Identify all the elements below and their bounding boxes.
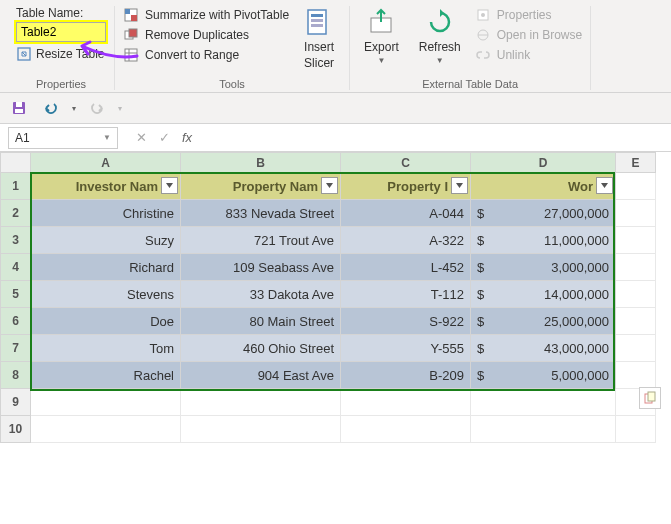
refresh-button[interactable]: Refresh ▼ [413, 6, 467, 65]
cell-pid[interactable]: L-452 [341, 254, 471, 281]
cell[interactable] [616, 227, 656, 254]
row-head-8[interactable]: 8 [1, 362, 31, 389]
export-icon [365, 6, 397, 38]
svg-rect-12 [311, 19, 323, 22]
resize-table-label: Resize Table [36, 47, 104, 61]
table-header-cell[interactable]: Wor [471, 173, 616, 200]
summarize-pivot-button[interactable]: Summarize with PivotTable [123, 6, 289, 24]
row-head-1[interactable]: 1 [1, 173, 31, 200]
col-head-A[interactable]: A [31, 153, 181, 173]
filter-button[interactable] [161, 177, 178, 194]
group-label-properties: Properties [36, 78, 86, 90]
table-header-cell[interactable]: Property I [341, 173, 471, 200]
undo-button[interactable] [40, 97, 62, 119]
cell-property[interactable]: 33 Dakota Ave [181, 281, 341, 308]
col-head-D[interactable]: D [471, 153, 616, 173]
resize-table-button[interactable]: Resize Table [16, 44, 106, 64]
cell[interactable] [341, 389, 471, 416]
select-all-corner[interactable] [1, 153, 31, 173]
cell[interactable] [181, 416, 341, 443]
table-name-input[interactable] [16, 22, 106, 42]
chevron-down-icon[interactable]: ▾ [72, 104, 76, 113]
cell[interactable] [616, 173, 656, 200]
cell[interactable] [31, 389, 181, 416]
svg-point-16 [481, 13, 485, 17]
cell[interactable] [616, 254, 656, 281]
cell-worth[interactable]: $14,000,000 [471, 281, 616, 308]
cell[interactable] [616, 200, 656, 227]
cell-worth[interactable]: $3,000,000 [471, 254, 616, 281]
cell-pid[interactable]: S-922 [341, 308, 471, 335]
cell-worth[interactable]: $43,000,000 [471, 335, 616, 362]
chevron-down-icon: ▼ [377, 56, 385, 65]
cell[interactable] [616, 308, 656, 335]
save-button[interactable] [8, 97, 30, 119]
table-header-cell[interactable]: Investor Nam [31, 173, 181, 200]
row-head-6[interactable]: 6 [1, 308, 31, 335]
cell-property[interactable]: 109 Seabass Ave [181, 254, 341, 281]
cell[interactable] [471, 416, 616, 443]
cell-property[interactable]: 80 Main Street [181, 308, 341, 335]
cell-investor[interactable]: Rachel [31, 362, 181, 389]
svg-rect-5 [129, 29, 137, 37]
cell-pid[interactable]: B-209 [341, 362, 471, 389]
col-head-B[interactable]: B [181, 153, 341, 173]
cell[interactable] [616, 335, 656, 362]
convert-range-button[interactable]: Convert to Range [123, 46, 289, 64]
cell-investor[interactable]: Richard [31, 254, 181, 281]
table-header-cell[interactable]: Property Nam [181, 173, 341, 200]
cell-investor[interactable]: Stevens [31, 281, 181, 308]
export-button[interactable]: Export ▼ [358, 6, 405, 65]
cell-investor[interactable]: Christine [31, 200, 181, 227]
row-head-9[interactable]: 9 [1, 389, 31, 416]
svg-rect-2 [125, 9, 130, 14]
cell-worth[interactable]: $27,000,000 [471, 200, 616, 227]
cell[interactable] [31, 416, 181, 443]
row-head-2[interactable]: 2 [1, 200, 31, 227]
row-head-4[interactable]: 4 [1, 254, 31, 281]
filter-button[interactable] [596, 177, 613, 194]
cell[interactable] [181, 389, 341, 416]
range-icon [123, 47, 139, 63]
col-head-E[interactable]: E [616, 153, 656, 173]
cell-worth[interactable]: $11,000,000 [471, 227, 616, 254]
filter-button[interactable] [451, 177, 468, 194]
paste-options-button[interactable] [639, 387, 661, 409]
filter-button[interactable] [321, 177, 338, 194]
cell-pid[interactable]: A-322 [341, 227, 471, 254]
row-head-3[interactable]: 3 [1, 227, 31, 254]
fx-icon[interactable]: fx [182, 130, 192, 145]
row-head-7[interactable]: 7 [1, 335, 31, 362]
cell-pid[interactable]: T-112 [341, 281, 471, 308]
cell-property[interactable]: 460 Ohio Street [181, 335, 341, 362]
row-head-10[interactable]: 10 [1, 416, 31, 443]
cell[interactable] [616, 362, 656, 389]
cell-worth[interactable]: $25,000,000 [471, 308, 616, 335]
cell[interactable] [341, 416, 471, 443]
unlink-button: Unlink [475, 46, 582, 64]
remove-duplicates-button[interactable]: Remove Duplicates [123, 26, 289, 44]
formula-input[interactable] [202, 124, 671, 151]
cell-investor[interactable]: Doe [31, 308, 181, 335]
export-label: Export [364, 40, 399, 54]
formula-bar: A1 ▼ ✕ ✓ fx [0, 124, 671, 152]
col-head-C[interactable]: C [341, 153, 471, 173]
cell-investor[interactable]: Tom [31, 335, 181, 362]
cell-pid[interactable]: A-044 [341, 200, 471, 227]
cell[interactable] [616, 281, 656, 308]
row-head-5[interactable]: 5 [1, 281, 31, 308]
cell-property[interactable]: 904 East Ave [181, 362, 341, 389]
insert-slicer-button[interactable]: Insert Slicer [297, 6, 341, 70]
cell-pid[interactable]: Y-555 [341, 335, 471, 362]
slicer-label-1: Insert [304, 40, 334, 54]
chevron-down-icon: ▼ [103, 133, 111, 142]
cell-property[interactable]: 833 Nevada Street [181, 200, 341, 227]
name-box[interactable]: A1 ▼ [8, 127, 118, 149]
cell-property[interactable]: 721 Trout Ave [181, 227, 341, 254]
cell[interactable] [471, 389, 616, 416]
svg-rect-20 [16, 102, 22, 107]
cell-worth[interactable]: $5,000,000 [471, 362, 616, 389]
range-label: Convert to Range [145, 48, 239, 62]
cell[interactable] [616, 416, 656, 443]
cell-investor[interactable]: Suzy [31, 227, 181, 254]
